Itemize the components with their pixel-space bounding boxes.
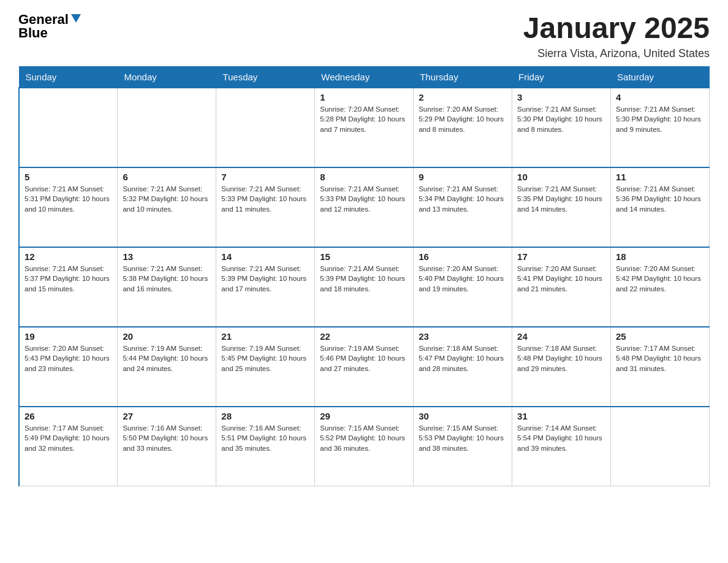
day-number: 13	[123, 251, 211, 262]
day-info: Sunrise: 7:21 AM Sunset: 5:30 PM Dayligh…	[616, 104, 704, 135]
day-info: Sunrise: 7:14 AM Sunset: 5:54 PM Dayligh…	[517, 423, 605, 454]
day-number: 19	[25, 331, 112, 342]
day-number: 21	[221, 331, 309, 342]
day-info: Sunrise: 7:21 AM Sunset: 5:32 PM Dayligh…	[123, 184, 211, 215]
calendar-cell: 30Sunrise: 7:15 AM Sunset: 5:53 PM Dayli…	[414, 407, 512, 486]
calendar-cell: 10Sunrise: 7:21 AM Sunset: 5:35 PM Dayli…	[512, 167, 611, 247]
day-info: Sunrise: 7:21 AM Sunset: 5:31 PM Dayligh…	[25, 184, 112, 215]
calendar-cell: 31Sunrise: 7:14 AM Sunset: 5:54 PM Dayli…	[512, 407, 611, 486]
calendar-cell	[118, 88, 216, 167]
calendar-table: SundayMondayTuesdayWednesdayThursdayFrid…	[18, 66, 710, 487]
calendar-header-friday: Friday	[512, 66, 611, 88]
day-number: 8	[320, 172, 408, 182]
calendar-cell: 8Sunrise: 7:21 AM Sunset: 5:33 PM Daylig…	[315, 167, 414, 247]
calendar-cell: 3Sunrise: 7:21 AM Sunset: 5:30 PM Daylig…	[512, 88, 611, 167]
day-number: 16	[419, 251, 507, 262]
day-info: Sunrise: 7:18 AM Sunset: 5:47 PM Dayligh…	[419, 343, 507, 374]
day-number: 27	[123, 411, 211, 421]
day-number: 6	[123, 172, 211, 182]
day-info: Sunrise: 7:21 AM Sunset: 5:33 PM Dayligh…	[320, 184, 408, 215]
day-info: Sunrise: 7:21 AM Sunset: 5:35 PM Dayligh…	[517, 184, 605, 215]
calendar-cell: 17Sunrise: 7:20 AM Sunset: 5:41 PM Dayli…	[512, 247, 611, 327]
calendar-cell: 13Sunrise: 7:21 AM Sunset: 5:38 PM Dayli…	[118, 247, 216, 327]
day-info: Sunrise: 7:21 AM Sunset: 5:39 PM Dayligh…	[320, 264, 408, 294]
day-number: 28	[221, 411, 309, 421]
day-info: Sunrise: 7:21 AM Sunset: 5:33 PM Dayligh…	[221, 184, 309, 215]
location-text: Sierra Vista, Arizona, United States	[523, 47, 710, 60]
calendar-cell: 21Sunrise: 7:19 AM Sunset: 5:45 PM Dayli…	[216, 327, 315, 407]
day-info: Sunrise: 7:21 AM Sunset: 5:36 PM Dayligh…	[616, 184, 704, 215]
calendar-cell	[19, 88, 118, 167]
day-info: Sunrise: 7:20 AM Sunset: 5:42 PM Dayligh…	[616, 264, 704, 294]
day-number: 25	[616, 331, 704, 342]
day-number: 1	[320, 92, 408, 102]
calendar-cell: 4Sunrise: 7:21 AM Sunset: 5:30 PM Daylig…	[611, 88, 710, 167]
calendar-cell: 16Sunrise: 7:20 AM Sunset: 5:40 PM Dayli…	[414, 247, 512, 327]
day-number: 5	[25, 172, 112, 182]
calendar-cell	[611, 407, 710, 486]
page-header: General Blue January 2025 Sierra Vista, …	[18, 12, 710, 60]
day-number: 22	[320, 331, 408, 342]
calendar-cell: 20Sunrise: 7:19 AM Sunset: 5:44 PM Dayli…	[118, 327, 216, 407]
day-number: 29	[320, 411, 408, 421]
logo-triangle-icon	[71, 14, 81, 23]
calendar-header-sunday: Sunday	[19, 66, 118, 88]
calendar-header-tuesday: Tuesday	[216, 66, 315, 88]
day-number: 11	[616, 172, 704, 182]
calendar-cell: 29Sunrise: 7:15 AM Sunset: 5:52 PM Dayli…	[315, 407, 414, 486]
day-info: Sunrise: 7:21 AM Sunset: 5:30 PM Dayligh…	[517, 104, 605, 135]
day-info: Sunrise: 7:19 AM Sunset: 5:45 PM Dayligh…	[221, 343, 309, 374]
calendar-cell: 23Sunrise: 7:18 AM Sunset: 5:47 PM Dayli…	[414, 327, 512, 407]
calendar-header-wednesday: Wednesday	[315, 66, 414, 88]
day-number: 31	[517, 411, 605, 421]
day-number: 24	[517, 331, 605, 342]
day-number: 30	[419, 411, 507, 421]
day-info: Sunrise: 7:21 AM Sunset: 5:34 PM Dayligh…	[419, 184, 507, 215]
day-number: 4	[616, 92, 704, 102]
calendar-week-row: 26Sunrise: 7:17 AM Sunset: 5:49 PM Dayli…	[19, 407, 710, 486]
calendar-header-monday: Monday	[118, 66, 216, 88]
day-number: 18	[616, 251, 704, 262]
day-number: 9	[419, 172, 507, 182]
day-info: Sunrise: 7:20 AM Sunset: 5:40 PM Dayligh…	[419, 264, 507, 294]
day-info: Sunrise: 7:15 AM Sunset: 5:53 PM Dayligh…	[419, 423, 507, 454]
day-info: Sunrise: 7:19 AM Sunset: 5:46 PM Dayligh…	[320, 343, 408, 374]
calendar-cell: 19Sunrise: 7:20 AM Sunset: 5:43 PM Dayli…	[19, 327, 118, 407]
day-number: 7	[221, 172, 309, 182]
calendar-cell: 14Sunrise: 7:21 AM Sunset: 5:39 PM Dayli…	[216, 247, 315, 327]
calendar-cell: 22Sunrise: 7:19 AM Sunset: 5:46 PM Dayli…	[315, 327, 414, 407]
calendar-cell	[216, 88, 315, 167]
calendar-cell: 5Sunrise: 7:21 AM Sunset: 5:31 PM Daylig…	[19, 167, 118, 247]
day-number: 15	[320, 251, 408, 262]
calendar-cell: 18Sunrise: 7:20 AM Sunset: 5:42 PM Dayli…	[611, 247, 710, 327]
day-number: 20	[123, 331, 211, 342]
calendar-cell: 12Sunrise: 7:21 AM Sunset: 5:37 PM Dayli…	[19, 247, 118, 327]
day-number: 26	[25, 411, 112, 421]
day-info: Sunrise: 7:15 AM Sunset: 5:52 PM Dayligh…	[320, 423, 408, 454]
day-info: Sunrise: 7:20 AM Sunset: 5:28 PM Dayligh…	[320, 104, 408, 135]
calendar-week-row: 5Sunrise: 7:21 AM Sunset: 5:31 PM Daylig…	[19, 167, 710, 247]
day-info: Sunrise: 7:21 AM Sunset: 5:37 PM Dayligh…	[25, 264, 112, 294]
calendar-header-thursday: Thursday	[414, 66, 512, 88]
day-number: 23	[419, 331, 507, 342]
logo-text-blue: Blue	[18, 25, 48, 40]
day-info: Sunrise: 7:17 AM Sunset: 5:49 PM Dayligh…	[25, 423, 112, 454]
calendar-cell: 2Sunrise: 7:20 AM Sunset: 5:29 PM Daylig…	[414, 88, 512, 167]
day-number: 10	[517, 172, 605, 182]
calendar-cell: 27Sunrise: 7:16 AM Sunset: 5:50 PM Dayli…	[118, 407, 216, 486]
calendar-cell: 15Sunrise: 7:21 AM Sunset: 5:39 PM Dayli…	[315, 247, 414, 327]
logo: General Blue	[18, 12, 81, 40]
calendar-cell: 6Sunrise: 7:21 AM Sunset: 5:32 PM Daylig…	[118, 167, 216, 247]
calendar-week-row: 12Sunrise: 7:21 AM Sunset: 5:37 PM Dayli…	[19, 247, 710, 327]
day-info: Sunrise: 7:19 AM Sunset: 5:44 PM Dayligh…	[123, 343, 211, 374]
day-number: 17	[517, 251, 605, 262]
day-info: Sunrise: 7:21 AM Sunset: 5:38 PM Dayligh…	[123, 264, 211, 294]
day-info: Sunrise: 7:20 AM Sunset: 5:41 PM Dayligh…	[517, 264, 605, 294]
calendar-header-saturday: Saturday	[611, 66, 710, 88]
day-info: Sunrise: 7:16 AM Sunset: 5:50 PM Dayligh…	[123, 423, 211, 454]
day-info: Sunrise: 7:18 AM Sunset: 5:48 PM Dayligh…	[517, 343, 605, 374]
day-number: 2	[419, 92, 507, 102]
day-info: Sunrise: 7:20 AM Sunset: 5:43 PM Dayligh…	[25, 343, 112, 374]
month-title: January 2025	[523, 12, 710, 45]
day-number: 3	[517, 92, 605, 102]
